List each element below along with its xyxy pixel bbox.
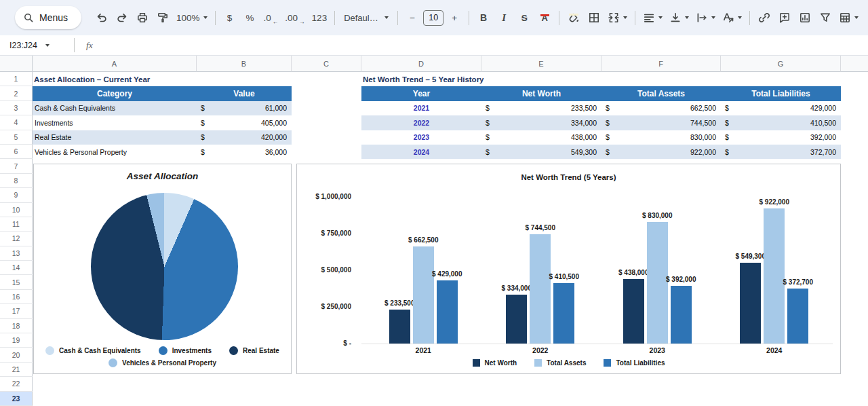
column-header-A[interactable]: A	[33, 56, 197, 72]
fill-color-button[interactable]	[564, 7, 583, 28]
table-row[interactable]: Cash & Cash Equivalents$61,000	[33, 101, 292, 115]
column-header-E[interactable]: E	[481, 56, 601, 72]
networth-table-header-row[interactable]: YearNet WorthTotal AssetsTotal Liabiliti…	[361, 86, 841, 100]
networth-value-cell[interactable]: $334,000	[481, 115, 601, 130]
select-all-corner[interactable]	[0, 56, 33, 72]
column-header-B[interactable]: B	[197, 56, 292, 72]
insert-link-button[interactable]	[755, 7, 774, 28]
row-header-8[interactable]: 8	[0, 174, 33, 188]
text-rotation-button[interactable]	[719, 7, 745, 28]
row-header-5[interactable]: 5	[0, 130, 33, 145]
horizontal-align-button[interactable]	[640, 7, 665, 28]
row-header-11[interactable]: 11	[0, 217, 33, 232]
row-header-1[interactable]: 1	[0, 72, 33, 86]
row-header-9[interactable]: 9	[0, 188, 33, 202]
asset-table-title[interactable]: Asset Allocation – Current Year	[34, 72, 150, 86]
row-header-20[interactable]: 20	[0, 348, 33, 362]
row-header-12[interactable]: 12	[0, 232, 33, 246]
table-row[interactable]: Investments$405,000	[33, 115, 292, 130]
asset-value-cell[interactable]: $61,000	[197, 101, 292, 115]
italic-button[interactable]: I	[494, 7, 513, 28]
asset-category-cell[interactable]: Real Estate	[33, 130, 197, 145]
asset-value-cell[interactable]: $36,000	[197, 145, 292, 159]
asset-category-cell[interactable]: Vehicles & Personal Property	[33, 145, 197, 159]
strikethrough-button[interactable]: S	[515, 7, 534, 28]
bold-button[interactable]: B	[474, 7, 493, 28]
table-row[interactable]: 2022$334,000$744,500$410,500	[361, 115, 841, 130]
row-header-17[interactable]: 17	[0, 304, 33, 318]
decrease-font-size-button[interactable]: −	[403, 7, 422, 28]
asset-value-cell[interactable]: $405,000	[197, 115, 292, 130]
column-header-F[interactable]: F	[601, 56, 721, 72]
table-row[interactable]: 2024$549,300$922,000$372,700	[361, 145, 841, 159]
row-header-16[interactable]: 16	[0, 290, 33, 304]
table-row[interactable]: Real Estate$420,000	[33, 130, 292, 145]
networth-value-cell[interactable]: $549,300	[481, 145, 601, 159]
text-color-button[interactable]: A	[535, 7, 554, 28]
row-header-4[interactable]: 4	[0, 115, 33, 130]
networth-value-cell[interactable]: $922,000	[601, 145, 721, 159]
table-row[interactable]: 2023$438,000$830,000$392,000	[361, 130, 841, 145]
data-table-button[interactable]	[836, 7, 861, 28]
networth-value-cell[interactable]: $744,500	[601, 115, 721, 130]
format-currency-button[interactable]: $	[220, 7, 239, 28]
asset-value-cell[interactable]: $420,000	[197, 130, 292, 145]
asset-category-cell[interactable]: Cash & Cash Equivalents	[33, 101, 197, 115]
decrease-decimal-button[interactable]: .0←	[261, 7, 281, 28]
vertical-align-button[interactable]	[667, 7, 692, 28]
asset-category-cell[interactable]: Investments	[33, 115, 197, 130]
row-header-14[interactable]: 14	[0, 261, 33, 275]
menus-search-button[interactable]: Menus	[15, 6, 81, 29]
networth-table-title[interactable]: Net Worth Trend – 5 Year History	[363, 72, 484, 86]
column-header-C[interactable]: C	[292, 56, 361, 72]
asset-table-header-row[interactable]: CategoryValue	[33, 86, 292, 100]
format-percent-button[interactable]: %	[241, 7, 260, 28]
merge-cells-button[interactable]	[605, 7, 630, 28]
networth-value-cell[interactable]: $372,700	[721, 145, 841, 159]
networth-value-cell[interactable]: $438,000	[481, 130, 601, 145]
bar-chart[interactable]: Net Worth Trend (5 Years)$ 1,000,000$ 75…	[296, 164, 841, 374]
insert-comment-button[interactable]	[775, 7, 794, 28]
print-button[interactable]	[133, 7, 152, 28]
font-size-input[interactable]: 10	[423, 10, 443, 26]
create-filter-button[interactable]	[816, 7, 835, 28]
table-row[interactable]: 2021$233,500$662,500$429,000	[361, 101, 841, 115]
year-cell[interactable]: 2024	[361, 145, 481, 159]
insert-chart-button[interactable]	[795, 7, 814, 28]
row-header-3[interactable]: 3	[0, 101, 33, 115]
year-cell[interactable]: 2022	[361, 115, 481, 130]
row-header-22[interactable]: 22	[0, 377, 33, 391]
row-header-13[interactable]: 13	[0, 246, 33, 261]
row-header-21[interactable]: 21	[0, 363, 33, 377]
row-header-23[interactable]: 23	[0, 392, 33, 406]
zoom-select[interactable]: 100%	[174, 7, 210, 28]
row-header-10[interactable]: 10	[0, 203, 33, 217]
text-wrap-button[interactable]	[693, 7, 718, 28]
redo-button[interactable]	[113, 7, 132, 28]
year-cell[interactable]: 2023	[361, 130, 481, 145]
font-family-select[interactable]: Defaul…	[340, 7, 393, 28]
column-header-G[interactable]: G	[721, 56, 841, 72]
fx-icon[interactable]: fx	[78, 40, 93, 51]
undo-button[interactable]	[92, 7, 111, 28]
paint-format-button[interactable]	[153, 7, 172, 28]
increase-decimal-button[interactable]: .00→	[282, 7, 307, 28]
row-header-18[interactable]: 18	[0, 319, 33, 333]
row-header-6[interactable]: 6	[0, 145, 33, 159]
row-header-15[interactable]: 15	[0, 275, 33, 289]
networth-value-cell[interactable]: $662,500	[601, 101, 721, 115]
name-box[interactable]: I23:J24	[0, 41, 71, 50]
networth-value-cell[interactable]: $392,000	[721, 130, 841, 145]
networth-value-cell[interactable]: $410,500	[721, 115, 841, 130]
increase-font-size-button[interactable]: +	[445, 7, 464, 28]
year-cell[interactable]: 2021	[361, 101, 481, 115]
networth-value-cell[interactable]: $233,500	[481, 101, 601, 115]
row-header-2[interactable]: 2	[0, 86, 33, 100]
borders-button[interactable]	[585, 7, 604, 28]
table-row[interactable]: Vehicles & Personal Property$36,000	[33, 145, 292, 159]
pie-chart[interactable]: Asset AllocationCash & Cash EquivalentsI…	[33, 164, 292, 374]
cell-grid[interactable]: Asset Allocation – Current YearCategoryV…	[0, 56, 868, 406]
column-header-D[interactable]: D	[361, 56, 481, 72]
networth-value-cell[interactable]: $830,000	[601, 130, 721, 145]
row-header-19[interactable]: 19	[0, 333, 33, 348]
